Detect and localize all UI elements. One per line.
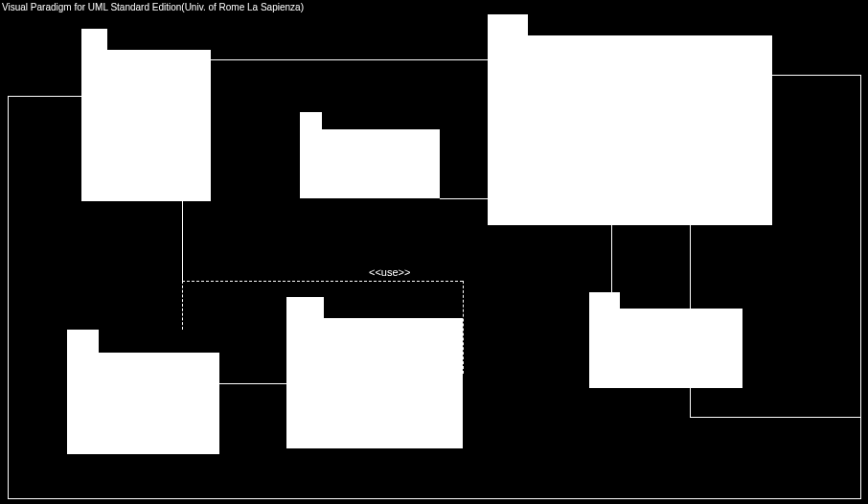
package-2[interactable] <box>300 112 440 198</box>
connector <box>772 75 860 76</box>
connector <box>8 498 860 499</box>
package-3[interactable] <box>488 14 772 225</box>
connector <box>860 75 861 499</box>
connector <box>219 383 286 384</box>
package-body <box>300 129 440 198</box>
package-body <box>81 50 211 201</box>
package-tab <box>589 292 620 309</box>
connector <box>211 59 488 60</box>
package-body <box>286 318 463 448</box>
connector <box>8 96 9 498</box>
package-tab <box>488 14 528 35</box>
package-tab <box>67 330 99 353</box>
connector <box>440 198 489 199</box>
use-stereotype-label: <<use>> <box>369 266 410 278</box>
dependency <box>182 281 463 282</box>
package-tab <box>81 29 107 50</box>
package-tab <box>300 112 322 129</box>
connector <box>8 96 81 97</box>
dependency <box>182 281 183 330</box>
package-body <box>488 35 772 225</box>
diagram-canvas[interactable]: Visual Paradigm for UML Standard Edition… <box>0 0 868 504</box>
package-5[interactable] <box>286 297 463 448</box>
connector <box>611 225 612 292</box>
package-body <box>67 353 219 454</box>
connector <box>182 201 183 281</box>
package-body <box>589 309 742 388</box>
package-1[interactable] <box>81 29 211 201</box>
package-4[interactable] <box>67 330 219 454</box>
package-tab <box>286 297 324 318</box>
connector <box>690 417 860 418</box>
package-6[interactable] <box>589 292 742 388</box>
watermark-text: Visual Paradigm for UML Standard Edition… <box>2 2 304 12</box>
dependency <box>463 281 464 374</box>
